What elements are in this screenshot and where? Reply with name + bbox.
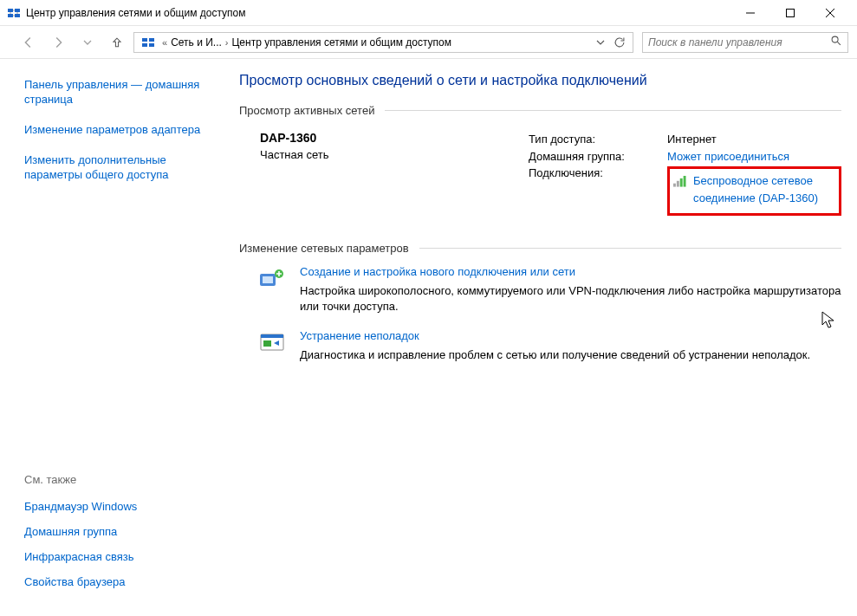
connections-label: Подключения:	[529, 165, 667, 182]
network-center-icon	[7, 6, 21, 20]
up-button[interactable]	[104, 30, 130, 55]
sidebar-adapter-settings-link[interactable]: Изменение параметров адаптера	[24, 123, 213, 138]
svg-rect-5	[787, 9, 795, 16]
troubleshoot-link[interactable]: Устранение неполадок	[300, 329, 810, 342]
sidebar: Панель управления — домашняя страница Из…	[0, 59, 224, 616]
svg-rect-19	[263, 276, 273, 283]
see-also-label: См. также	[24, 473, 213, 486]
titlebar: Центр управления сетями и общим доступом	[0, 0, 857, 26]
troubleshoot-icon	[258, 329, 286, 357]
svg-rect-0	[8, 9, 13, 12]
svg-rect-23	[263, 340, 271, 347]
active-networks-header: Просмотр активных сетей	[239, 104, 374, 117]
highlighted-connection: Беспроводное сетевое соединение (DAP-136…	[667, 166, 841, 216]
homegroup-link[interactable]: Может присоединиться	[667, 148, 789, 165]
breadcrumb-network[interactable]: Сеть и И...	[171, 36, 222, 49]
cursor-icon	[821, 310, 836, 332]
divider	[419, 248, 841, 249]
minimize-button[interactable]	[730, 0, 770, 26]
svg-line-13	[837, 42, 841, 45]
svg-rect-11	[149, 43, 154, 47]
page-title: Просмотр основных сведений о сети и наст…	[239, 73, 841, 88]
forward-button[interactable]	[45, 30, 71, 55]
wireless-connection-link[interactable]: Беспроводное сетевое соединение (DAP-136…	[693, 172, 832, 206]
search-box[interactable]	[642, 32, 848, 53]
new-connection-link[interactable]: Создание и настройка нового подключения …	[300, 265, 841, 278]
homegroup-label: Домашняя группа:	[529, 148, 667, 165]
sidebar-infrared-link[interactable]: Инфракрасная связь	[24, 550, 213, 563]
recent-dropdown[interactable]	[75, 30, 101, 55]
divider	[385, 110, 841, 111]
content: Просмотр основных сведений о сети и наст…	[224, 59, 857, 616]
access-type-label: Тип доступа:	[529, 131, 667, 148]
close-button[interactable]	[810, 0, 850, 26]
search-icon[interactable]	[830, 35, 842, 49]
svg-rect-2	[8, 14, 13, 17]
network-settings-header: Изменение сетевых параметров	[239, 242, 409, 255]
sidebar-advanced-sharing-link[interactable]: Изменить дополнительные параметры общего…	[24, 153, 213, 183]
sidebar-firewall-link[interactable]: Брандмауэр Windows	[24, 500, 213, 513]
wifi-signal-icon	[673, 175, 688, 187]
svg-rect-15	[676, 181, 678, 187]
navbar: « Сеть и И... › Центр управления сетями …	[0, 26, 857, 59]
svg-rect-22	[261, 334, 283, 338]
sidebar-homegroup-link[interactable]: Домашняя группа	[24, 525, 213, 538]
network-type: Частная сеть	[260, 148, 529, 161]
address-bar[interactable]: « Сеть и И... › Центр управления сетями …	[133, 32, 633, 53]
svg-rect-3	[15, 14, 20, 17]
network-name: DAP-1360	[260, 131, 529, 145]
new-connection-icon	[258, 265, 286, 293]
svg-rect-16	[679, 178, 682, 187]
search-input[interactable]	[648, 36, 830, 49]
chevron-right-icon[interactable]: ›	[222, 37, 232, 48]
svg-rect-9	[149, 38, 154, 42]
refresh-button[interactable]	[610, 33, 629, 52]
network-center-icon	[141, 36, 155, 49]
svg-rect-1	[15, 9, 20, 12]
back-button[interactable]	[16, 30, 42, 55]
breadcrumb-current[interactable]: Центр управления сетями и общим доступом	[231, 36, 451, 49]
sidebar-browser-props-link[interactable]: Свойства браузера	[24, 575, 213, 588]
svg-rect-8	[142, 38, 147, 42]
svg-rect-14	[673, 184, 676, 187]
window-title: Центр управления сетями и общим доступом	[26, 7, 730, 19]
troubleshoot-desc: Диагностика и исправление проблем с сеть…	[300, 347, 810, 363]
svg-rect-17	[683, 176, 685, 187]
sidebar-home-link[interactable]: Панель управления — домашняя страница	[24, 78, 213, 107]
address-dropdown[interactable]	[591, 33, 610, 52]
maximize-button[interactable]	[770, 0, 810, 26]
svg-rect-10	[142, 43, 147, 47]
svg-point-12	[832, 36, 838, 42]
chevron-left-icon[interactable]: «	[159, 37, 171, 48]
new-connection-desc: Настройка широкополосного, коммутируемог…	[300, 283, 841, 314]
access-type-value: Интернет	[667, 131, 717, 148]
